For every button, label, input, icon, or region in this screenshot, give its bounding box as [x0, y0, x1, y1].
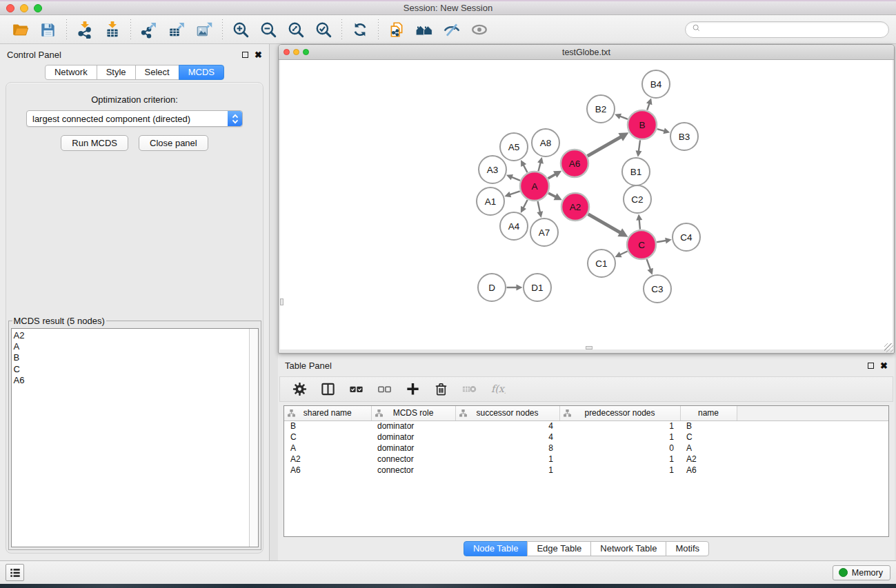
table-cell[interactable]: 1	[559, 465, 680, 476]
network-edge-A2-C[interactable]	[588, 214, 628, 237]
table-cell[interactable]: 4	[455, 420, 559, 432]
network-edge-B-B4[interactable]	[646, 98, 653, 110]
mcds-result-item[interactable]: B	[14, 352, 249, 363]
network-node-A2[interactable]: A2	[561, 193, 589, 221]
refresh-view-button[interactable]	[346, 18, 374, 41]
table-cell[interactable]: 1	[559, 420, 680, 432]
network-canvas[interactable]: AA1A2A3A4A5A6A7A8BB1B2B3B4CC1C2C3C4DD1	[280, 60, 893, 349]
float-table-panel-button[interactable]	[868, 363, 874, 369]
network-edge-C-C3[interactable]	[647, 259, 653, 275]
task-history-button[interactable]	[6, 564, 24, 581]
export-image-button[interactable]	[190, 18, 218, 41]
mcds-result-item[interactable]: C	[14, 364, 249, 375]
network-edge-C-C4[interactable]	[657, 238, 672, 244]
network-edge-B-B2[interactable]	[615, 114, 628, 119]
table-cell[interactable]: C	[284, 432, 371, 443]
close-control-panel-button[interactable]: ✖	[255, 52, 262, 58]
deselect-all-columns-button[interactable]	[376, 381, 392, 398]
mcds-result-list[interactable]: A2ABCA6	[12, 329, 249, 547]
network-edge-A-A4[interactable]	[521, 200, 528, 213]
network-node-A8[interactable]: A8	[532, 129, 559, 156]
tab-motifs[interactable]: Motifs	[666, 541, 709, 556]
mcds-result-scrollbar[interactable]	[249, 329, 258, 547]
table-cell[interactable]: 1	[455, 454, 559, 465]
network-node-C3[interactable]: C3	[644, 275, 671, 303]
memory-button[interactable]: Memory	[833, 565, 890, 580]
network-node-D1[interactable]: D1	[524, 274, 551, 301]
column-header-predecessor-nodes[interactable]: predecessor nodes	[559, 406, 680, 420]
network-node-B2[interactable]: B2	[587, 95, 615, 123]
tab-edge-table[interactable]: Edge Table	[527, 541, 591, 556]
copy-network-style-button[interactable]	[383, 18, 410, 41]
network-graph[interactable]: AA1A2A3A4A5A6A7A8BB1B2B3B4CC1C2C3C4DD1	[280, 60, 893, 349]
network-node-B3[interactable]: B3	[670, 123, 698, 150]
table-row[interactable]: Bdominator41B	[284, 420, 888, 432]
tab-network[interactable]: Network	[45, 65, 97, 80]
tab-mcds[interactable]: MCDS	[179, 65, 224, 80]
network-edge-A-A6[interactable]	[548, 171, 562, 179]
network-edge-A-A5[interactable]	[521, 160, 528, 172]
import-table-button[interactable]	[99, 18, 126, 41]
network-edge-A-A8[interactable]	[537, 157, 544, 171]
network-edge-C-C1[interactable]	[615, 251, 627, 257]
table-cell[interactable]: B	[680, 420, 737, 432]
export-network-button[interactable]	[135, 18, 163, 41]
network-edge-A-A7[interactable]	[537, 201, 543, 218]
table-cell[interactable]: A	[680, 443, 737, 454]
network-node-B4[interactable]: B4	[642, 70, 670, 98]
network-node-A5[interactable]: A5	[500, 133, 528, 161]
table-cell[interactable]: A2	[680, 454, 737, 465]
show-graphics-details-button[interactable]	[466, 18, 493, 41]
table-cell[interactable]: C	[680, 432, 737, 443]
table-row[interactable]: A6connector11A6	[284, 465, 888, 476]
table-row[interactable]: A2connector11A2	[284, 454, 888, 465]
network-node-C1[interactable]: C1	[588, 250, 615, 277]
column-header-MCDS-role[interactable]: MCDS role	[371, 406, 455, 420]
network-edge-B-B3[interactable]	[657, 128, 670, 134]
table-cell[interactable]: 0	[559, 443, 680, 454]
tab-node-table[interactable]: Node Table	[464, 541, 528, 556]
network-edge-B-B1[interactable]	[636, 140, 642, 156]
table-cell[interactable]: dominator	[371, 420, 455, 432]
network-edge-A-A2[interactable]	[548, 193, 562, 200]
network-edge-A-A1[interactable]	[504, 191, 519, 197]
hide-graphics-details-button[interactable]	[438, 18, 466, 41]
run-mcds-button[interactable]: Run MCDS	[61, 135, 128, 151]
network-edge-A6-B[interactable]	[588, 132, 629, 156]
create-column-button[interactable]	[404, 381, 421, 398]
zoom-selected-button[interactable]	[310, 18, 337, 41]
select-all-columns-button[interactable]	[348, 381, 364, 398]
table-cell[interactable]: B	[284, 420, 371, 432]
network-node-C4[interactable]: C4	[673, 223, 700, 251]
table-cell[interactable]: 1	[455, 465, 559, 476]
network-node-A3[interactable]: A3	[479, 156, 506, 183]
tab-network-table[interactable]: Network Table	[590, 541, 666, 556]
criterion-dropdown[interactable]: largest connected component (directed)	[26, 110, 243, 127]
network-node-A1[interactable]: A1	[477, 187, 504, 215]
network-node-A6[interactable]: A6	[561, 150, 588, 177]
column-header-name[interactable]: name	[680, 406, 737, 420]
network-node-B1[interactable]: B1	[622, 158, 650, 185]
export-table-button[interactable]	[163, 18, 190, 41]
network-node-C[interactable]: C	[627, 230, 656, 259]
float-control-panel-button[interactable]	[242, 52, 248, 58]
close-mcds-panel-button[interactable]: Close panel	[139, 135, 208, 151]
mcds-result-item[interactable]: A	[14, 341, 249, 352]
column-header-successor-nodes[interactable]: successor nodes	[455, 406, 559, 420]
network-node-A4[interactable]: A4	[500, 212, 528, 240]
table-cell[interactable]: dominator	[371, 432, 455, 443]
table-cell[interactable]: A6	[284, 465, 371, 476]
zoom-in-button[interactable]	[227, 18, 255, 41]
open-session-button[interactable]	[7, 18, 34, 41]
zoom-fit-button[interactable]	[282, 18, 310, 41]
table-cell[interactable]: 4	[455, 432, 559, 443]
network-edge-D-D1[interactable]	[507, 285, 523, 291]
network-node-A[interactable]: A	[520, 172, 549, 201]
table-row[interactable]: Cdominator41C	[284, 432, 888, 443]
column-header-shared-name[interactable]: shared name	[284, 406, 371, 420]
network-window-titlebar[interactable]: testGlobe.txt	[279, 45, 894, 60]
delete-columns-button[interactable]	[432, 381, 449, 398]
horizontal-scroll-mark[interactable]	[586, 346, 593, 349]
network-node-D[interactable]: D	[478, 274, 506, 301]
tab-style[interactable]: Style	[97, 65, 136, 80]
